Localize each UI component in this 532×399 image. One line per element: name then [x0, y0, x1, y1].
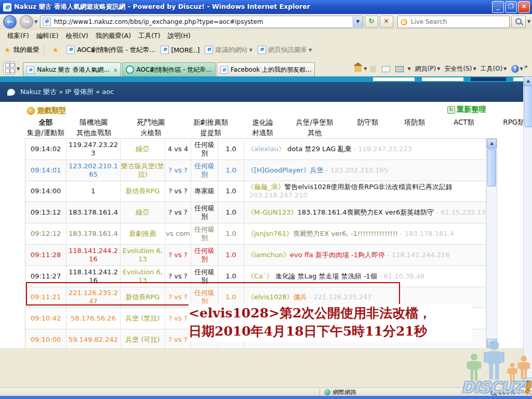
table-row[interactable]: 09:14:00 1 新信長RPG ? vs ? 專家級 1.0 《龜龜_浪》警…	[25, 181, 486, 203]
favorites-label[interactable]: 我的最愛	[14, 46, 39, 55]
favorite-item-web-slices[interactable]: 網頁快訊圖庫	[268, 46, 307, 55]
tab-aoc[interactable]: AOC劇情制作區 - 世紀帝...	[122, 62, 216, 76]
cell-map-link[interactable]: Evolution 6,13	[121, 245, 165, 265]
cell-map-link[interactable]: 綠亞	[121, 202, 165, 223]
favorites-star-icon[interactable]: ★	[4, 46, 11, 54]
table-row[interactable]: 09:11:27 118.141.241.216 Evolution 6,13 …	[25, 266, 486, 287]
tab-close-icon[interactable]: x	[114, 66, 117, 73]
close-button[interactable]: ×	[518, 1, 530, 13]
username-link[interactable]: 《alexlau》	[247, 145, 285, 153]
tab-facebook[interactable]: e Facebook 上的我的朋友都...	[217, 62, 315, 76]
username-link[interactable]: 《[H]GoodPlayer》	[247, 166, 310, 174]
menu-edit[interactable]: 編輯(E)	[36, 32, 59, 41]
game-type-act[interactable]: ACT類	[438, 117, 490, 127]
help-icon[interactable]: ?	[511, 65, 519, 73]
cell-map-link[interactable]: 新信長RPG	[121, 181, 165, 202]
scroll-down-icon[interactable]: ▼	[487, 339, 497, 348]
safety-menu[interactable]: 安全性(S)	[444, 64, 472, 73]
search-options-icon[interactable]: ▼	[526, 16, 532, 28]
favorite-item-more[interactable]: [MORE..]	[171, 46, 200, 54]
toolbar-overflow-icon[interactable]: »	[524, 63, 528, 70]
tab-nakuz[interactable]: e Nakuz 樂古 香港人氣網... x	[23, 62, 121, 76]
game-type-other[interactable]: 其他	[285, 128, 344, 137]
scroll-up-icon[interactable]: ▲	[524, 76, 532, 86]
cell-map-link[interactable]: 綠亞	[121, 139, 165, 159]
menu-file[interactable]: 檔案(F)	[7, 32, 29, 41]
game-type-village[interactable]: 村逃類	[241, 128, 285, 137]
favorite-item-aoc[interactable]: AOC劇情制作區 - 世紀帝...	[77, 46, 155, 55]
tab-list-icon[interactable]: ▼	[17, 66, 20, 71]
search-button[interactable]	[511, 16, 526, 28]
url-input[interactable]	[53, 18, 353, 26]
cell-map-link[interactable]: 兵堡 (可拉)	[121, 329, 165, 348]
zoom-dropdown-icon[interactable]: ▼	[517, 390, 521, 395]
quick-tabs-icon[interactable]	[3, 61, 16, 75]
table-row[interactable]: 09:14:02 119.247.23.223 綠亞 4 vs 4 任何級別 1…	[25, 139, 486, 160]
minimize-button[interactable]: _	[492, 1, 504, 13]
tools-menu[interactable]: 工具(O)	[481, 64, 503, 73]
scroll-up-icon[interactable]: ▲	[487, 139, 497, 149]
favorite-item-suggested-sites[interactable]: 建議的網站	[215, 46, 248, 55]
game-type-tower-defense[interactable]: 塔防類	[391, 117, 438, 127]
game-type-blood[interactable]: 其他血戰類	[66, 128, 121, 137]
username-link[interactable]: 《elvis1028》	[247, 293, 294, 301]
breadcrumb[interactable]: Nakuz 樂古 » IP 發佈所 » aoc	[20, 87, 114, 97]
menu-help[interactable]: 說明(H)	[168, 32, 191, 41]
refresh-list-button[interactable]: ↻ 重新整理	[447, 105, 486, 114]
game-type-gun[interactable]: 火槍類	[121, 128, 181, 137]
username-link[interactable]: 《iamchun》	[247, 251, 290, 259]
chevron-down-icon[interactable]: ▼	[249, 48, 252, 52]
scroll-down-icon[interactable]: ▼	[524, 378, 532, 388]
menu-favorites[interactable]: 我的最愛(A)	[96, 32, 131, 41]
chevron-down-icon[interactable]: ▼	[473, 66, 476, 71]
cell-map-link[interactable]: 兵堡 (禁拉)	[121, 308, 165, 329]
chevron-down-icon[interactable]: ▼	[407, 66, 410, 71]
resize-grip[interactable]	[526, 389, 532, 395]
list-scrollbar[interactable]: ▲ ▼	[486, 138, 497, 348]
game-type-random-map[interactable]: 隨機地圖	[66, 117, 121, 127]
cell-map-link[interactable]: 樂古版兵堡(禁拉)	[121, 160, 165, 181]
zoom-level[interactable]: 100%	[498, 389, 515, 396]
url-dropdown-icon[interactable]: ▼	[353, 17, 363, 27]
username-link[interactable]: 《Ca`》	[247, 272, 273, 280]
cell-map-link[interactable]: 新劇推薦	[121, 223, 165, 244]
page-scrollbar[interactable]: ▲ ▼	[523, 76, 532, 388]
chevron-down-icon[interactable]: ▼	[520, 66, 523, 71]
chevron-down-icon[interactable]: ▼	[309, 48, 312, 52]
forward-button[interactable]: →	[20, 15, 33, 29]
table-row[interactable]: 09:14:01 123.202.210.165 樂古版兵堡(禁拉) ? vs …	[25, 160, 486, 181]
game-type-new-recommended[interactable]: 新劇推薦類	[181, 117, 241, 127]
chevron-down-icon[interactable]: ▼	[503, 66, 507, 71]
username-link[interactable]: 《M-GUN123》	[247, 208, 298, 216]
history-dropdown-icon[interactable]: ▼	[34, 19, 38, 24]
page-menu[interactable]: 網頁(P)	[415, 64, 436, 73]
home-icon[interactable]	[354, 66, 362, 72]
zoom-magnifier-icon[interactable]	[490, 390, 496, 395]
game-type-sports[interactable]: 集遊/運動類	[25, 128, 66, 137]
search-input[interactable]	[410, 18, 509, 26]
game-type-catch[interactable]: 捉捉類	[181, 128, 241, 137]
game-type-defense[interactable]: 防守類	[344, 117, 391, 127]
username-link[interactable]: 《龜龜_浪》	[247, 183, 285, 191]
rss-icon[interactable]	[370, 66, 376, 72]
print-icon[interactable]	[395, 66, 404, 72]
game-type-all[interactable]: 全部	[25, 117, 66, 127]
refresh-button[interactable]: ↻	[365, 16, 378, 28]
game-type-deathmatch[interactable]: 死鬥地圖	[121, 117, 181, 127]
username-link[interactable]: 《jsnjsn761》	[247, 230, 293, 237]
chevron-down-icon[interactable]: ▼	[364, 66, 367, 71]
back-button[interactable]: ←	[3, 15, 17, 29]
stop-button[interactable]: ✕	[380, 16, 393, 28]
table-row[interactable]: 09:11:28 118.141.244.216 Evolution 6,13 …	[25, 245, 486, 266]
chevron-down-icon[interactable]: ▼	[437, 66, 440, 71]
mail-icon[interactable]	[382, 66, 390, 72]
cell-map-link[interactable]: Evolution 6,13	[121, 266, 165, 287]
add-favorite-icon[interactable]: ★	[52, 46, 59, 54]
menu-view[interactable]: 檢視(V)	[66, 32, 88, 41]
cell-map-link[interactable]: 新信長RPG	[121, 287, 165, 308]
game-type-evolution[interactable]: 進化論	[241, 117, 285, 127]
scrollbar-thumb[interactable]	[487, 149, 496, 187]
restore-button[interactable]: ❐	[505, 1, 517, 13]
menu-tools[interactable]: 工具(T)	[138, 32, 160, 41]
table-row[interactable]: 09:13:12 183.178.161.4 綠亞 ? vs ? 任何級別 1.…	[25, 202, 486, 223]
